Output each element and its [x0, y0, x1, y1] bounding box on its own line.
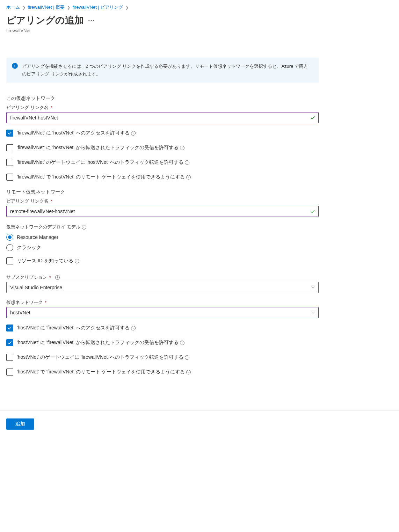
remote-vnet-select[interactable]: hostVNet: [6, 307, 319, 318]
info-icon[interactable]: i: [131, 326, 136, 330]
this-vnet-options: 'firewallVNet' に 'hostVNet' へのアクセスを許可する …: [6, 130, 319, 181]
info-icon[interactable]: i: [185, 355, 189, 360]
remote-allow-access-label: 'hostVNet' に 'firewallVNet' へのアクセスを許可する …: [17, 325, 136, 331]
subscription-label: サブスクリプション* i: [6, 274, 319, 280]
deploy-model-radio-group: Resource Manager クラシック: [6, 234, 319, 251]
remote-allow-forwarded-label: 'hostVNet' に 'firewallVNet' から転送されたトラフィッ…: [17, 340, 184, 346]
deploy-model-classic-radio[interactable]: [6, 244, 13, 251]
this-link-name-input[interactable]: [6, 112, 319, 123]
this-gateway-transit-checkbox[interactable]: [6, 159, 13, 166]
deploy-model-rm-radio[interactable]: [6, 234, 13, 241]
remote-vnet-select-label: 仮想ネットワーク*: [6, 299, 319, 306]
remote-vnet-heading: リモート仮想ネットワーク: [6, 189, 319, 195]
this-allow-access-checkbox[interactable]: [6, 130, 13, 137]
page-header: ピアリングの追加 ··· firewallVNet: [0, 13, 399, 37]
chevron-right-icon: ❯: [22, 5, 26, 10]
remote-allow-access-checkbox[interactable]: [6, 325, 13, 331]
remote-remote-gateways-checkbox[interactable]: [6, 369, 13, 376]
breadcrumb-home[interactable]: ホーム: [6, 5, 20, 10]
remote-gateway-transit-label: 'hostVNet' のゲートウェイに 'firewallVNet' へのトラフ…: [17, 354, 189, 360]
deploy-model-label: 仮想ネットワークのデプロイ モデル i: [6, 224, 319, 230]
this-link-name-label: ピアリング リンク名*: [6, 104, 319, 111]
page-subtitle: firewallVNet: [6, 28, 393, 33]
deploy-model-rm-label: Resource Manager: [17, 234, 58, 240]
page-title: ピアリングの追加: [6, 14, 84, 27]
chevron-right-icon: ❯: [125, 5, 129, 10]
this-gateway-transit-label: 'firewallVNet' のゲートウェイに 'hostVNet' へのトラフ…: [17, 159, 189, 166]
deploy-model-classic-label: クラシック: [17, 245, 41, 251]
info-icon[interactable]: i: [186, 175, 191, 180]
info-icon[interactable]: i: [186, 370, 191, 374]
info-icon[interactable]: i: [55, 275, 60, 280]
info-banner: i ピアリングを機能させるには、2 つのピアリング リンクを作成する必要がありま…: [6, 58, 319, 83]
remote-remote-gateways-label: 'hostVNet' で 'firewallVNet' のリモート ゲートウェイ…: [17, 369, 191, 375]
validation-check-icon: [310, 115, 315, 120]
this-vnet-heading: この仮想ネットワーク: [6, 95, 319, 102]
chevron-right-icon: ❯: [67, 5, 70, 10]
remote-link-name-input[interactable]: [6, 206, 319, 217]
breadcrumb-vnet-peering[interactable]: firewallVNet | ピアリング: [72, 5, 123, 10]
form-content: i ピアリングを機能させるには、2 つのピアリング リンクを作成する必要がありま…: [0, 37, 325, 391]
know-resource-id-checkbox[interactable]: [6, 257, 13, 264]
this-remote-gateways-label: 'firewallVNet' で 'hostVNet' のリモート ゲートウェイ…: [17, 174, 191, 180]
remote-allow-forwarded-checkbox[interactable]: [6, 339, 13, 346]
remote-link-name-label: ピアリング リンク名*: [6, 198, 319, 204]
more-actions-button[interactable]: ···: [88, 17, 95, 24]
remote-vnet-options: 'hostVNet' に 'firewallVNet' へのアクセスを許可する …: [6, 325, 319, 376]
breadcrumb-vnet-overview[interactable]: firewallVNet | 概要: [28, 5, 65, 10]
info-icon[interactable]: i: [185, 160, 189, 165]
this-allow-forwarded-checkbox[interactable]: [6, 144, 13, 151]
this-remote-gateways-checkbox[interactable]: [6, 174, 13, 181]
remote-gateway-transit-checkbox[interactable]: [6, 354, 13, 361]
subscription-select[interactable]: Visual Studio Enterprise: [6, 282, 319, 293]
breadcrumb: ホーム ❯ firewallVNet | 概要 ❯ firewallVNet |…: [0, 0, 399, 13]
validation-check-icon: [310, 209, 315, 214]
info-banner-text: ピアリングを機能させるには、2 つのピアリング リンクを作成する必要があります。…: [22, 63, 312, 78]
info-icon[interactable]: i: [131, 131, 136, 136]
form-footer: 追加: [0, 410, 399, 437]
info-icon[interactable]: i: [82, 225, 86, 229]
this-allow-forwarded-label: 'firewallVNet' に 'hostVNet' から転送されたトラフィッ…: [17, 145, 184, 151]
know-resource-id-label: リソース ID を知っている i: [17, 258, 79, 264]
add-button[interactable]: 追加: [6, 418, 34, 430]
info-icon[interactable]: i: [180, 146, 184, 150]
this-allow-access-label: 'firewallVNet' に 'hostVNet' へのアクセスを許可する …: [17, 130, 136, 136]
info-icon: i: [12, 63, 18, 69]
info-icon[interactable]: i: [75, 259, 79, 263]
info-icon[interactable]: i: [180, 341, 184, 345]
